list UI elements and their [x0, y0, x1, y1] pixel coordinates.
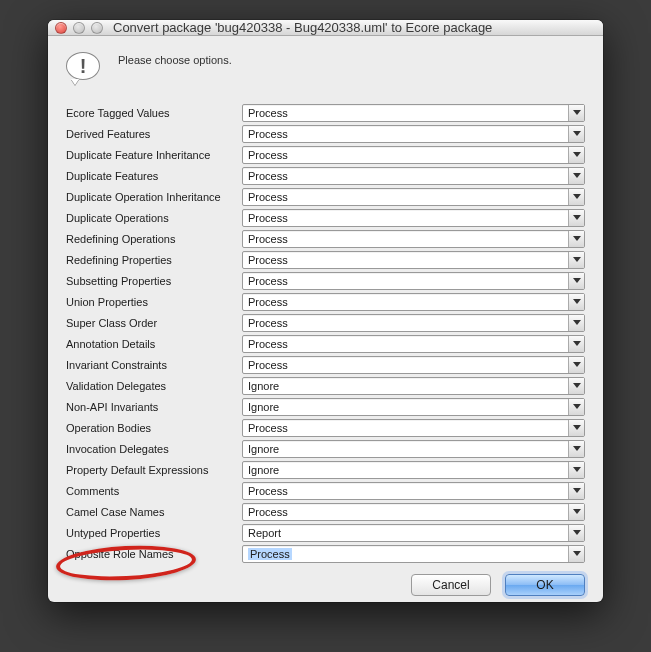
option-label: Operation Bodies	[66, 422, 242, 434]
option-row: Invocation DelegatesIgnore	[66, 438, 585, 459]
zoom-icon[interactable]	[91, 22, 103, 34]
option-label: Untyped Properties	[66, 527, 242, 539]
chevron-down-icon[interactable]	[568, 168, 584, 184]
option-label: Opposite Role Names	[66, 548, 242, 560]
chevron-down-icon[interactable]	[568, 483, 584, 499]
dialog-footer: Cancel OK	[48, 564, 603, 602]
option-label: Validation Delegates	[66, 380, 242, 392]
option-value: Process	[248, 107, 288, 119]
option-select[interactable]: Report	[242, 524, 585, 542]
option-select[interactable]: Ignore	[242, 440, 585, 458]
option-select[interactable]: Process	[242, 188, 585, 206]
chevron-down-icon[interactable]	[568, 126, 584, 142]
option-value: Process	[248, 485, 288, 497]
option-label: Invariant Constraints	[66, 359, 242, 371]
options-panel: Ecore Tagged ValuesProcessDerived Featur…	[48, 102, 603, 564]
option-row: Union PropertiesProcess	[66, 291, 585, 312]
chevron-down-icon[interactable]	[568, 189, 584, 205]
option-select[interactable]: Process	[242, 125, 585, 143]
option-label: Annotation Details	[66, 338, 242, 350]
option-value: Process	[248, 338, 288, 350]
option-label: Redefining Operations	[66, 233, 242, 245]
option-value: Process	[248, 506, 288, 518]
option-row: Redefining OperationsProcess	[66, 228, 585, 249]
option-select[interactable]: Process	[242, 146, 585, 164]
option-value: Process	[248, 548, 292, 560]
option-label: Invocation Delegates	[66, 443, 242, 455]
option-label: Duplicate Features	[66, 170, 242, 182]
option-row: Camel Case NamesProcess	[66, 501, 585, 522]
chevron-down-icon[interactable]	[568, 105, 584, 121]
option-select[interactable]: Ignore	[242, 461, 585, 479]
option-select[interactable]: Process	[242, 209, 585, 227]
option-select[interactable]: Process	[242, 251, 585, 269]
chevron-down-icon[interactable]	[568, 273, 584, 289]
option-select[interactable]: Process	[242, 104, 585, 122]
option-label: Duplicate Operations	[66, 212, 242, 224]
option-value: Ignore	[248, 380, 279, 392]
dialog-header: ! Please choose options.	[48, 36, 603, 102]
option-row: Property Default ExpressionsIgnore	[66, 459, 585, 480]
chevron-down-icon[interactable]	[568, 252, 584, 268]
option-value: Ignore	[248, 401, 279, 413]
ok-button[interactable]: OK	[505, 574, 585, 596]
option-row: Operation BodiesProcess	[66, 417, 585, 438]
option-select[interactable]: Ignore	[242, 377, 585, 395]
chevron-down-icon[interactable]	[568, 525, 584, 541]
chevron-down-icon[interactable]	[568, 504, 584, 520]
option-select[interactable]: Process	[242, 482, 585, 500]
option-row: Ecore Tagged ValuesProcess	[66, 102, 585, 123]
option-select[interactable]: Process	[242, 314, 585, 332]
cancel-button[interactable]: Cancel	[411, 574, 491, 596]
option-row: Opposite Role NamesProcess	[66, 543, 585, 564]
option-label: Redefining Properties	[66, 254, 242, 266]
option-row: Untyped PropertiesReport	[66, 522, 585, 543]
chevron-down-icon[interactable]	[568, 147, 584, 163]
chevron-down-icon[interactable]	[568, 378, 584, 394]
chevron-down-icon[interactable]	[568, 441, 584, 457]
option-select[interactable]: Ignore	[242, 398, 585, 416]
chevron-down-icon[interactable]	[568, 336, 584, 352]
dialog-window: Convert package 'bug420338 - Bug420338.u…	[48, 20, 603, 602]
chevron-down-icon[interactable]	[568, 315, 584, 331]
option-row: Redefining PropertiesProcess	[66, 249, 585, 270]
option-row: Non-API InvariantsIgnore	[66, 396, 585, 417]
option-select[interactable]: Process	[242, 503, 585, 521]
chevron-down-icon[interactable]	[568, 294, 584, 310]
option-label: Ecore Tagged Values	[66, 107, 242, 119]
window-title: Convert package 'bug420338 - Bug420338.u…	[113, 20, 492, 35]
option-select[interactable]: Process	[242, 356, 585, 374]
minimize-icon[interactable]	[73, 22, 85, 34]
option-value: Process	[248, 275, 288, 287]
option-value: Ignore	[248, 443, 279, 455]
chevron-down-icon[interactable]	[568, 420, 584, 436]
option-row: Duplicate OperationsProcess	[66, 207, 585, 228]
chevron-down-icon[interactable]	[568, 462, 584, 478]
chevron-down-icon[interactable]	[568, 210, 584, 226]
option-select[interactable]: Process	[242, 272, 585, 290]
option-label: Duplicate Feature Inheritance	[66, 149, 242, 161]
option-value: Process	[248, 422, 288, 434]
option-label: Derived Features	[66, 128, 242, 140]
option-label: Property Default Expressions	[66, 464, 242, 476]
option-select[interactable]: Process	[242, 230, 585, 248]
close-icon[interactable]	[55, 22, 67, 34]
option-select[interactable]: Process	[242, 419, 585, 437]
option-value: Process	[248, 170, 288, 182]
chevron-down-icon[interactable]	[568, 399, 584, 415]
option-row: Invariant ConstraintsProcess	[66, 354, 585, 375]
option-label: Non-API Invariants	[66, 401, 242, 413]
option-row: Super Class OrderProcess	[66, 312, 585, 333]
chevron-down-icon[interactable]	[568, 231, 584, 247]
option-value: Process	[248, 191, 288, 203]
option-select[interactable]: Process	[242, 293, 585, 311]
prompt-text: Please choose options.	[118, 50, 232, 66]
option-select[interactable]: Process	[242, 545, 585, 563]
option-value: Process	[248, 212, 288, 224]
option-row: Duplicate FeaturesProcess	[66, 165, 585, 186]
option-select[interactable]: Process	[242, 167, 585, 185]
chevron-down-icon[interactable]	[568, 357, 584, 373]
chevron-down-icon[interactable]	[568, 546, 584, 562]
option-select[interactable]: Process	[242, 335, 585, 353]
option-label: Subsetting Properties	[66, 275, 242, 287]
